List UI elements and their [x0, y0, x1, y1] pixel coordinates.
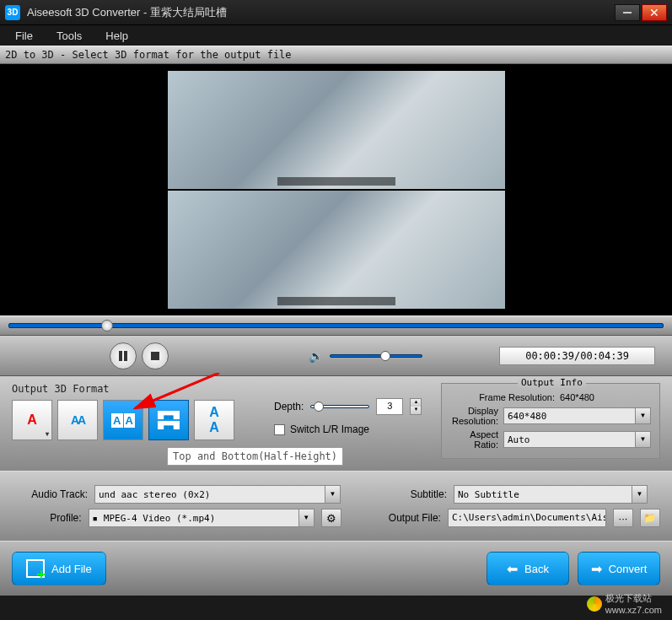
- gear-icon: ⚙: [326, 512, 336, 525]
- pause-button[interactable]: [110, 342, 137, 369]
- dropdown-icon[interactable]: ▼: [299, 509, 314, 527]
- close-button[interactable]: ✕: [642, 4, 667, 21]
- app-logo-icon: 3D: [5, 5, 20, 20]
- subtitle-select[interactable]: [454, 485, 632, 504]
- depth-value[interactable]: 3: [376, 398, 403, 415]
- arrow-left-icon: [507, 561, 518, 577]
- format-tb-half-button[interactable]: ▄▄▄▄: [148, 400, 189, 440]
- menu-tools[interactable]: Tools: [56, 30, 82, 42]
- titlebar: 3D Aiseesoft 3D Converter - 重紫大结局吐槽 ✕: [0, 0, 672, 25]
- watermark-url: www.xz7.com: [605, 605, 662, 615]
- output-info-section: Output Info Frame Resolution: 640*480 Di…: [441, 383, 660, 459]
- output-format-label: Output 3D Format: [12, 383, 259, 395]
- options-panel: Audio Track: ▼ Subtitle: ▼ Profile: ▼ ⚙ …: [0, 471, 672, 541]
- dropdown-icon[interactable]: ▼: [636, 407, 651, 424]
- svg-rect-0: [119, 351, 122, 361]
- watermark-name: 极光下载站: [605, 592, 662, 605]
- depth-thumb[interactable]: [314, 402, 324, 412]
- convert-label: Convert: [609, 563, 648, 575]
- audio-track-label: Audio Track:: [12, 488, 88, 500]
- depth-label: Depth:: [274, 401, 304, 412]
- switch-lr-checkbox[interactable]: [274, 424, 285, 435]
- display-resolution-label: Display Resolution:: [450, 406, 503, 426]
- timeline-thumb[interactable]: [101, 320, 113, 332]
- aspect-ratio-label: Aspect Ratio:: [450, 429, 503, 450]
- watermark-logo-icon: [587, 596, 602, 612]
- profile-label: Profile:: [12, 512, 82, 524]
- profile-select[interactable]: [89, 509, 299, 527]
- volume-thumb[interactable]: [380, 351, 390, 361]
- stop-button[interactable]: [142, 342, 169, 369]
- convert-button[interactable]: Convert: [578, 552, 660, 585]
- depth-up-icon[interactable]: ▲: [411, 399, 421, 407]
- arrow-right-icon: [591, 561, 602, 577]
- depth-down-icon[interactable]: ▼: [411, 407, 421, 414]
- frame-resolution-label: Frame Resolution:: [450, 392, 560, 402]
- dropdown-icon[interactable]: ▼: [636, 431, 651, 448]
- depth-spinner[interactable]: ▲▼: [410, 398, 422, 415]
- volume-control: 🔉: [309, 349, 422, 363]
- back-label: Back: [524, 563, 549, 575]
- add-file-button[interactable]: Add File: [12, 552, 106, 585]
- folder-icon: 📁: [643, 512, 656, 524]
- minimize-button[interactable]: [615, 4, 640, 21]
- menubar: File Tools Help: [0, 25, 672, 46]
- output-file-field[interactable]: C:\Users\admin\Documents\Aiseesoft St: [448, 509, 606, 527]
- output-history-button[interactable]: ···: [613, 509, 633, 527]
- svg-rect-2: [151, 352, 159, 360]
- dropdown-icon[interactable]: ▼: [325, 485, 341, 504]
- menu-help[interactable]: Help: [105, 30, 128, 42]
- format-tb-full-button[interactable]: AA: [194, 400, 234, 440]
- frame-resolution-value: 640*480: [560, 392, 651, 402]
- switch-lr-label: Switch L/R Image: [290, 423, 369, 435]
- pause-icon: [117, 350, 129, 362]
- format-sbs-full-button[interactable]: AA: [103, 400, 143, 440]
- back-button[interactable]: Back: [487, 552, 569, 585]
- format-anaglyph-button[interactable]: A: [12, 400, 52, 440]
- time-display: 00:00:39/00:04:39: [499, 347, 655, 365]
- speaker-icon[interactable]: 🔉: [309, 349, 323, 363]
- document-name: 重紫大结局吐槽: [150, 6, 227, 19]
- volume-slider[interactable]: [330, 354, 422, 358]
- status-bar: 2D to 3D - Select 3D format for the outp…: [0, 46, 672, 64]
- format-panel: Output 3D Format A AA AA ▄▄▄▄ AA Depth: …: [0, 376, 672, 471]
- timeline[interactable]: [0, 315, 672, 336]
- format-sbs-half-button[interactable]: AA: [57, 400, 98, 440]
- preview-top-frame: [168, 71, 505, 189]
- browse-output-button[interactable]: 📁: [640, 509, 660, 527]
- display-resolution-select[interactable]: [503, 407, 636, 424]
- output-info-legend: Output Info: [518, 377, 586, 388]
- menu-file[interactable]: File: [15, 30, 33, 42]
- aspect-ratio-select[interactable]: [503, 431, 636, 448]
- svg-rect-1: [124, 351, 127, 361]
- profile-settings-button[interactable]: ⚙: [321, 509, 341, 527]
- action-bar: Add File Back Convert: [0, 541, 672, 596]
- add-file-label: Add File: [51, 563, 92, 575]
- subtitle-label: Subtitle:: [368, 488, 447, 500]
- output-file-label: Output File:: [368, 512, 441, 524]
- depth-slider[interactable]: [310, 405, 369, 408]
- playback-controls: 🔉 00:00:39/00:04:39: [0, 336, 672, 376]
- app-name: Aiseesoft 3D Converter: [27, 6, 140, 19]
- audio-track-select[interactable]: [94, 485, 325, 504]
- stop-icon: [149, 350, 161, 362]
- add-file-icon: [26, 559, 45, 578]
- preview-bottom-frame: [168, 191, 505, 309]
- window-title: Aiseesoft 3D Converter - 重紫大结局吐槽: [27, 5, 613, 20]
- dropdown-icon[interactable]: ▼: [632, 485, 648, 504]
- timeline-track[interactable]: [8, 323, 664, 328]
- video-preview: [0, 64, 672, 315]
- format-tooltip: Top and Bottom(Half-Height): [167, 447, 343, 466]
- watermark: 极光下载站 www.xz7.com: [587, 592, 662, 615]
